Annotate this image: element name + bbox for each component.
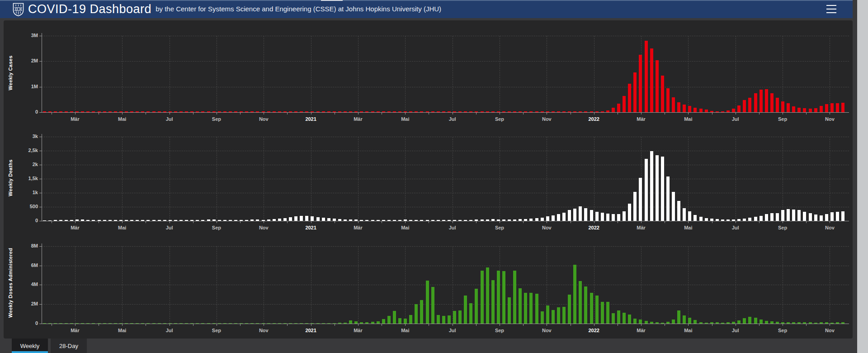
bar[interactable] xyxy=(541,311,544,324)
bar[interactable] xyxy=(278,111,281,112)
bar[interactable] xyxy=(475,219,478,221)
bar[interactable] xyxy=(305,216,308,221)
bar[interactable] xyxy=(136,323,139,324)
bar[interactable] xyxy=(519,111,522,112)
bar[interactable] xyxy=(573,111,576,112)
bar[interactable] xyxy=(420,220,423,221)
bar[interactable] xyxy=(683,105,686,112)
bar[interactable] xyxy=(650,151,653,221)
bar[interactable] xyxy=(639,178,642,221)
bar[interactable] xyxy=(229,111,232,112)
bar[interactable] xyxy=(748,218,751,221)
bar[interactable] xyxy=(748,98,751,112)
bar[interactable] xyxy=(360,322,363,324)
bar[interactable] xyxy=(146,111,150,112)
bar[interactable] xyxy=(645,321,648,324)
bar[interactable] xyxy=(639,55,642,112)
bar[interactable] xyxy=(92,111,95,112)
bar[interactable] xyxy=(65,111,68,112)
bar[interactable] xyxy=(535,111,538,112)
bar[interactable] xyxy=(130,323,133,324)
bar[interactable] xyxy=(781,210,784,221)
bar[interactable] xyxy=(333,111,336,112)
bar[interactable] xyxy=(81,111,84,112)
bar[interactable] xyxy=(437,315,440,324)
bar[interactable] xyxy=(606,302,609,324)
bar[interactable] xyxy=(81,219,84,221)
bar[interactable] xyxy=(190,111,193,112)
bar[interactable] xyxy=(311,216,314,221)
bar[interactable] xyxy=(327,323,330,324)
bar[interactable] xyxy=(546,305,549,324)
bar[interactable] xyxy=(841,103,844,112)
bar[interactable] xyxy=(250,111,254,112)
bar[interactable] xyxy=(103,323,106,324)
bar[interactable] xyxy=(267,323,270,324)
bar[interactable] xyxy=(716,111,719,112)
bar[interactable] xyxy=(289,323,292,324)
bar[interactable] xyxy=(633,192,637,221)
bar[interactable] xyxy=(185,323,188,324)
bar[interactable] xyxy=(797,210,801,221)
bar[interactable] xyxy=(415,111,418,112)
bar[interactable] xyxy=(458,220,462,221)
bar[interactable] xyxy=(163,323,166,324)
bar[interactable] xyxy=(541,111,544,112)
bar[interactable] xyxy=(508,219,511,221)
bar[interactable] xyxy=(448,111,451,112)
bar[interactable] xyxy=(442,220,445,221)
bar[interactable] xyxy=(595,111,599,112)
bar[interactable] xyxy=(732,219,735,221)
bar[interactable] xyxy=(48,111,52,112)
bar[interactable] xyxy=(836,103,839,112)
bar[interactable] xyxy=(119,323,123,324)
bar[interactable] xyxy=(584,111,587,112)
bar[interactable] xyxy=(825,104,828,112)
bar[interactable] xyxy=(579,111,582,112)
bar[interactable] xyxy=(305,323,308,324)
bar[interactable] xyxy=(316,111,320,112)
bar[interactable] xyxy=(273,111,276,112)
bar[interactable] xyxy=(426,281,429,324)
bar[interactable] xyxy=(223,220,226,221)
bar[interactable] xyxy=(716,219,719,221)
bar[interactable] xyxy=(278,323,281,324)
bar[interactable] xyxy=(262,220,265,221)
bar[interactable] xyxy=(322,323,325,324)
bar[interactable] xyxy=(130,220,133,221)
bar[interactable] xyxy=(185,111,188,112)
bar[interactable] xyxy=(141,111,144,112)
bar[interactable] xyxy=(568,111,571,112)
bar[interactable] xyxy=(781,322,784,324)
bar[interactable] xyxy=(633,319,637,324)
bar[interactable] xyxy=(606,110,609,112)
bar[interactable] xyxy=(245,220,248,221)
bar[interactable] xyxy=(552,215,555,221)
bar[interactable] xyxy=(726,110,730,112)
bar[interactable] xyxy=(584,286,587,324)
bar[interactable] xyxy=(174,111,177,112)
bar[interactable] xyxy=(541,218,544,221)
bar[interactable] xyxy=(830,212,834,221)
bar[interactable] xyxy=(688,211,691,221)
bar[interactable] xyxy=(666,88,670,112)
bar[interactable] xyxy=(119,111,123,112)
bar[interactable] xyxy=(294,216,297,221)
bar[interactable] xyxy=(737,219,741,221)
bar[interactable] xyxy=(617,214,620,221)
bar[interactable] xyxy=(207,219,210,221)
bar[interactable] xyxy=(229,220,232,221)
bar[interactable] xyxy=(108,220,112,221)
bar[interactable] xyxy=(612,108,615,112)
bar[interactable] xyxy=(70,220,73,221)
bar[interactable] xyxy=(289,217,292,221)
bar[interactable] xyxy=(797,322,801,324)
bar[interactable] xyxy=(59,323,62,324)
bar[interactable] xyxy=(469,303,472,324)
bar[interactable] xyxy=(716,322,719,324)
tab-weekly[interactable]: Weekly xyxy=(12,339,48,353)
bar[interactable] xyxy=(125,220,128,221)
bar[interactable] xyxy=(699,109,703,112)
bar[interactable] xyxy=(562,213,566,221)
bar[interactable] xyxy=(497,219,500,221)
